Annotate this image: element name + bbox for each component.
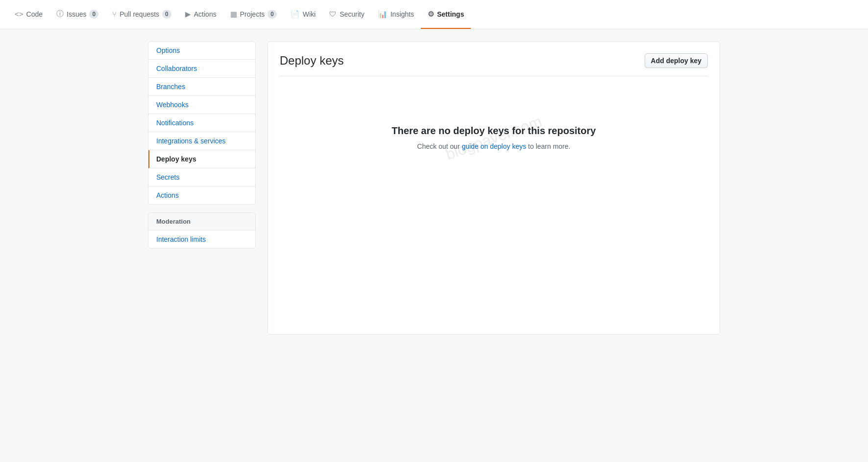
sidebar-item-interaction-limits[interactable]: Interaction limits	[148, 231, 255, 248]
nav-badge-projects: 0	[267, 10, 277, 19]
nav-item-pull-requests[interactable]: ⑂Pull requests0	[105, 0, 178, 29]
top-nav: <>CodeⓘIssues0⑂Pull requests0▶Actions▦Pr…	[0, 0, 868, 29]
nav-label-projects: Projects	[240, 10, 265, 18]
main-content: Deploy keys Add deploy key There are no …	[267, 41, 720, 335]
sidebar-section-moderation-section: ModerationInteraction limits	[148, 212, 256, 249]
sidebar-item-collaborators[interactable]: Collaborators	[148, 60, 255, 78]
sidebar-item-deploy-keys[interactable]: Deploy keys	[148, 150, 255, 168]
nav-icon-wiki: 📄	[290, 10, 300, 19]
deploy-keys-guide-link[interactable]: guide on deploy keys	[462, 142, 527, 150]
nav-item-wiki[interactable]: 📄Wiki	[284, 0, 322, 29]
nav-icon-projects: ▦	[230, 10, 237, 19]
sidebar-item-notifications[interactable]: Notifications	[148, 114, 255, 132]
nav-label-pull-requests: Pull requests	[120, 10, 159, 18]
sidebar: OptionsCollaboratorsBranchesWebhooksNoti…	[148, 41, 256, 335]
nav-badge-pull-requests: 0	[162, 10, 171, 19]
nav-item-insights[interactable]: 📊Insights	[371, 0, 421, 29]
sidebar-item-options[interactable]: Options	[148, 42, 255, 60]
nav-badge-issues: 0	[89, 10, 98, 19]
nav-icon-issues: ⓘ	[56, 9, 64, 19]
nav-item-projects[interactable]: ▦Projects0	[223, 0, 284, 29]
empty-description-suffix: to learn more.	[526, 142, 570, 150]
nav-icon-pull-requests: ⑂	[112, 10, 117, 18]
nav-item-issues[interactable]: ⓘIssues0	[49, 0, 105, 29]
nav-icon-code: <>	[15, 10, 24, 18]
nav-label-issues: Issues	[67, 10, 86, 18]
sidebar-section-main-settings: OptionsCollaboratorsBranchesWebhooksNoti…	[148, 41, 256, 205]
empty-state-description: Check out our guide on deploy keys to le…	[417, 142, 571, 150]
nav-label-settings: Settings	[437, 10, 464, 18]
nav-label-wiki: Wiki	[303, 10, 315, 18]
sidebar-item-webhooks[interactable]: Webhooks	[148, 96, 255, 114]
nav-item-security[interactable]: 🛡Security	[322, 0, 371, 29]
empty-state: There are no deploy keys for this reposi…	[280, 96, 708, 180]
sidebar-item-integrations[interactable]: Integrations & services	[148, 132, 255, 150]
nav-item-code[interactable]: <>Code	[8, 0, 49, 29]
main-content-wrapper: There are no deploy keys for this reposi…	[280, 96, 708, 180]
sidebar-item-secrets[interactable]: Secrets	[148, 168, 255, 186]
nav-item-actions[interactable]: ▶Actions	[178, 0, 223, 29]
add-deploy-key-button[interactable]: Add deploy key	[645, 53, 708, 68]
sidebar-item-branches[interactable]: Branches	[148, 78, 255, 96]
nav-icon-settings: ⚙	[428, 10, 434, 19]
sidebar-item-actions-settings[interactable]: Actions	[148, 186, 255, 204]
page-container: OptionsCollaboratorsBranchesWebhooksNoti…	[140, 41, 728, 335]
page-title: Deploy keys	[280, 54, 344, 68]
empty-state-title: There are no deploy keys for this reposi…	[392, 125, 596, 137]
nav-label-actions: Actions	[194, 10, 217, 18]
nav-icon-actions: ▶	[185, 10, 191, 19]
nav-item-settings[interactable]: ⚙Settings	[421, 0, 471, 29]
sidebar-section-header-moderation-section: Moderation	[148, 213, 255, 231]
nav-icon-security: 🛡	[329, 10, 337, 18]
main-header: Deploy keys Add deploy key	[280, 53, 708, 76]
nav-label-code: Code	[26, 10, 43, 18]
nav-icon-insights: 📊	[378, 10, 387, 19]
empty-description-prefix: Check out our	[417, 142, 462, 150]
nav-label-insights: Insights	[390, 10, 414, 18]
nav-label-security: Security	[339, 10, 364, 18]
